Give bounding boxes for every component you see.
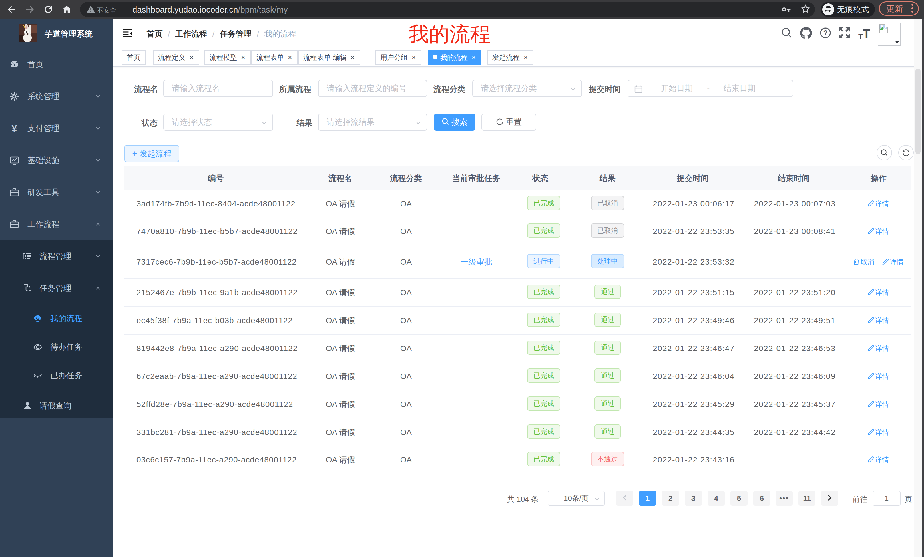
svg-text:?: ? [824,29,828,36]
